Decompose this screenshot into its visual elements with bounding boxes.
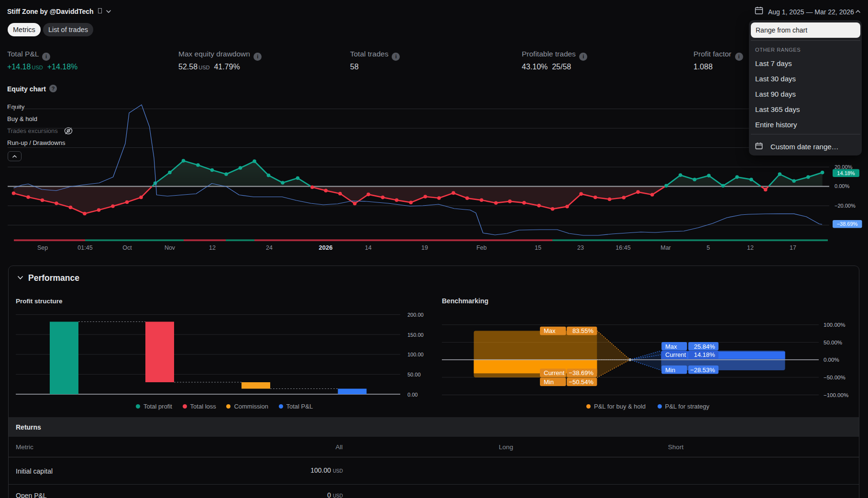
- svg-text:14: 14: [365, 244, 372, 251]
- svg-text:−38.69%: −38.69%: [837, 221, 858, 227]
- svg-text:−38.69%: −38.69%: [569, 369, 593, 376]
- svg-text:150.00: 150.00: [407, 332, 424, 338]
- svg-text:100.00: 100.00: [407, 352, 424, 357]
- svg-text:−50.00%: −50.00%: [824, 375, 846, 380]
- svg-text:Max: Max: [665, 343, 677, 350]
- svg-text:20.00%: 20.00%: [835, 164, 853, 170]
- svg-text:Nov: Nov: [165, 244, 176, 251]
- svg-text:17: 17: [790, 244, 796, 251]
- svg-text:83.55%: 83.55%: [572, 327, 594, 334]
- svg-text:24: 24: [266, 244, 273, 251]
- svg-text:12: 12: [747, 244, 754, 251]
- svg-text:Sep: Sep: [37, 244, 48, 251]
- svg-text:23: 23: [577, 244, 584, 251]
- svg-text:0.00%: 0.00%: [824, 357, 839, 363]
- svg-text:Max: Max: [544, 327, 556, 334]
- svg-text:Feb: Feb: [476, 244, 487, 251]
- svg-text:19: 19: [421, 244, 428, 251]
- svg-text:100.00%: 100.00%: [824, 322, 845, 328]
- svg-text:15: 15: [535, 244, 541, 251]
- svg-text:01:45: 01:45: [77, 244, 92, 251]
- svg-text:−28.53%: −28.53%: [690, 366, 715, 374]
- svg-text:2026: 2026: [319, 244, 333, 251]
- svg-text:5: 5: [707, 244, 710, 251]
- svg-text:0.00: 0.00: [407, 392, 418, 398]
- svg-text:Current: Current: [665, 351, 686, 358]
- svg-text:−50.54%: −50.54%: [569, 378, 593, 386]
- svg-text:14.18%: 14.18%: [837, 170, 855, 176]
- svg-text:25.84%: 25.84%: [694, 343, 715, 350]
- svg-text:0.00%: 0.00%: [835, 183, 849, 189]
- svg-text:Min: Min: [665, 366, 675, 374]
- svg-text:Min: Min: [544, 378, 554, 386]
- svg-text:14.18%: 14.18%: [694, 351, 715, 358]
- svg-text:200.00: 200.00: [407, 312, 424, 318]
- svg-text:−100.00%: −100.00%: [824, 392, 848, 398]
- svg-text:12: 12: [209, 244, 216, 251]
- svg-text:50.00%: 50.00%: [824, 340, 842, 345]
- svg-text:Mar: Mar: [660, 244, 671, 251]
- svg-text:16:45: 16:45: [615, 244, 630, 251]
- svg-text:Current: Current: [544, 369, 565, 376]
- svg-text:50.00: 50.00: [407, 372, 421, 377]
- svg-text:−20.00%: −20.00%: [835, 203, 856, 209]
- svg-text:Oct: Oct: [122, 244, 132, 251]
